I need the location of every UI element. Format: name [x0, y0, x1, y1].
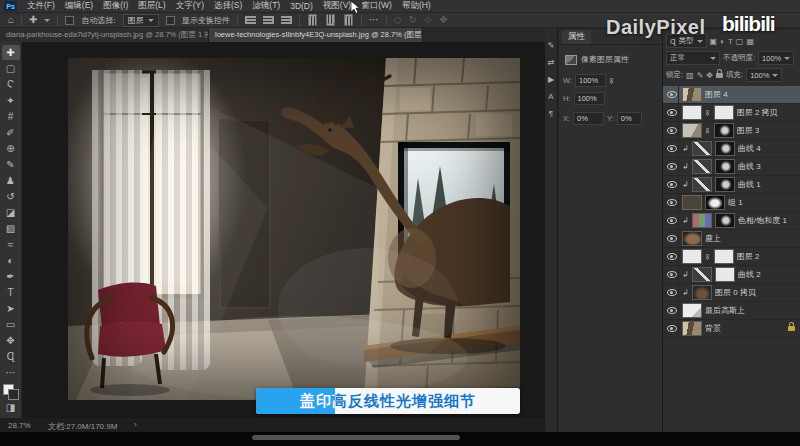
marquee-tool[interactable]: ▢	[2, 61, 20, 76]
layer-row-selected[interactable]: 图层 4	[663, 86, 800, 104]
lock-all-icon[interactable]	[716, 73, 723, 78]
menu-file[interactable]: 文件(F)	[27, 0, 55, 12]
menu-type[interactable]: 文字(Y)	[176, 0, 204, 12]
swap-panel-icon[interactable]: ⇄	[548, 59, 555, 67]
crop-tool[interactable]: #	[2, 109, 20, 124]
visibility-eye-icon[interactable]	[666, 194, 679, 212]
lock-transparency-icon[interactable]: ▨	[686, 71, 694, 80]
pen-tool[interactable]: ✒	[2, 269, 20, 284]
menu-edit[interactable]: 编辑(E)	[65, 0, 93, 12]
layer-thumbnail[interactable]	[692, 285, 712, 300]
layer-mask-thumbnail[interactable]	[714, 123, 734, 138]
eyedropper-tool[interactable]: ✐	[2, 125, 20, 140]
character-panel-icon[interactable]: A	[548, 93, 553, 101]
brush-tool[interactable]: ✎	[2, 157, 20, 172]
align-middle-icon[interactable]	[326, 15, 334, 26]
group-thumbnail[interactable]	[682, 195, 702, 210]
blur-tool[interactable]: ≈	[2, 237, 20, 252]
link-dimensions-icon[interactable]: ∞	[607, 78, 616, 84]
layer-mask-thumbnail[interactable]	[715, 141, 735, 156]
visibility-eye-icon[interactable]	[666, 302, 679, 320]
visibility-eye-icon[interactable]	[666, 158, 679, 176]
curves-adjustment-thumbnail[interactable]	[692, 177, 712, 192]
layer-mask-thumbnail[interactable]	[715, 159, 735, 174]
layer-mask-thumbnail[interactable]	[714, 105, 734, 120]
layer-mask-thumbnail[interactable]	[705, 195, 725, 210]
width-field[interactable]: 100%	[575, 74, 606, 87]
home-icon[interactable]: ⌂	[8, 15, 14, 25]
menu-3d[interactable]: 3D(D)	[290, 1, 313, 11]
move-tool[interactable]: ✚	[2, 45, 20, 60]
visibility-eye-icon[interactable]	[666, 320, 679, 338]
document-tab-active[interactable]: loewe-technologies-sIlinbfy4E3Q-unsplash…	[209, 28, 423, 42]
healing-brush-tool[interactable]: ⊕	[2, 141, 20, 156]
lasso-tool[interactable]: Ϛ	[2, 77, 20, 92]
show-transform-checkbox[interactable]	[166, 16, 175, 25]
background-color-swatch[interactable]	[8, 389, 19, 400]
color-swatches[interactable]	[3, 384, 19, 400]
layer-row[interactable]: 组 1	[663, 194, 800, 212]
layer-thumbnail[interactable]	[682, 231, 702, 246]
auto-select-dropdown[interactable]: 图层	[123, 14, 159, 27]
layer-row[interactable]: ↳ 曲线 1	[663, 176, 800, 194]
visibility-eye-icon[interactable]	[666, 230, 679, 248]
curves-adjustment-thumbnail[interactable]	[692, 141, 712, 156]
pen-panel-icon[interactable]: ✎	[548, 42, 555, 50]
layer-thumbnail[interactable]	[682, 87, 702, 102]
hand-tool[interactable]: ✥	[2, 333, 20, 348]
layer-thumbnail[interactable]	[682, 249, 702, 264]
layer-thumbnail[interactable]	[682, 303, 702, 318]
dodge-tool[interactable]: ◐	[2, 253, 20, 268]
layer-row[interactable]: ↳ 色相/饱和度 1	[663, 212, 800, 230]
document-tab-inactive[interactable]: diana-parkhouse-eda7id7ytj-unsplash.jpg …	[0, 28, 209, 42]
menu-help[interactable]: 帮助(H)	[402, 0, 431, 12]
visibility-eye-icon[interactable]	[666, 248, 679, 266]
lock-position-icon[interactable]: ✥	[706, 71, 713, 80]
menu-layer[interactable]: 图层(L)	[138, 0, 165, 12]
curves-adjustment-thumbnail[interactable]	[692, 159, 712, 174]
visibility-eye-icon[interactable]	[666, 176, 679, 194]
layer-row[interactable]: ↳ 曲线 4	[663, 140, 800, 158]
filter-pixel-icon[interactable]: ▣	[710, 37, 718, 46]
lock-pixels-icon[interactable]: ✎	[697, 71, 704, 80]
layer-thumbnail[interactable]	[682, 123, 702, 138]
layer-mask-thumbnail[interactable]	[715, 267, 735, 282]
type-tool[interactable]: T	[2, 285, 20, 300]
height-field[interactable]: 100%	[574, 92, 605, 105]
layer-row[interactable]: ↳ 曲线 3	[663, 158, 800, 176]
align-right-icon[interactable]	[281, 16, 292, 24]
gradient-tool[interactable]: ▧	[2, 221, 20, 236]
layer-mask-thumbnail[interactable]	[715, 177, 735, 192]
layer-row[interactable]: ↳ 曲线 2	[663, 266, 800, 284]
more-options-icon[interactable]: ⋯	[369, 15, 379, 25]
layer-row[interactable]: ∞ 图层 2	[663, 248, 800, 266]
menu-select[interactable]: 选择(S)	[214, 0, 242, 12]
history-brush-tool[interactable]: ↺	[2, 189, 20, 204]
layer-row[interactable]: ∞ 图层 2 拷贝	[663, 104, 800, 122]
layer-row[interactable]: 最后高斯上	[663, 302, 800, 320]
edit-toolbar-icon[interactable]: ⋯	[2, 365, 20, 380]
path-select-tool[interactable]: ➤	[2, 301, 20, 316]
quick-selection-tool[interactable]: ✦	[2, 93, 20, 108]
timeline-panel-icon[interactable]: ▶	[548, 76, 554, 84]
menu-window[interactable]: 窗口(W)	[361, 0, 392, 12]
auto-select-checkbox[interactable]	[65, 16, 74, 25]
visibility-eye-icon[interactable]	[666, 140, 679, 158]
layer-row[interactable]: 鹿上	[663, 230, 800, 248]
visibility-eye-icon[interactable]	[666, 266, 679, 284]
filter-shape-icon[interactable]: ▢	[736, 37, 744, 46]
hue-saturation-thumbnail[interactable]	[692, 213, 712, 228]
menu-image[interactable]: 图像(I)	[103, 0, 128, 12]
menu-filter[interactable]: 滤镜(T)	[252, 0, 280, 12]
align-top-icon[interactable]	[308, 15, 316, 26]
fill-dropdown[interactable]: 100%	[746, 68, 782, 82]
layer-thumbnail[interactable]	[682, 105, 702, 120]
canvas-image[interactable]	[68, 58, 520, 400]
layer-row[interactable]: ∞ 图层 3	[663, 122, 800, 140]
menu-view[interactable]: 视图(V)	[323, 0, 351, 12]
align-center-icon[interactable]	[263, 16, 274, 24]
layer-row-background[interactable]: 背景	[663, 320, 800, 338]
layer-mask-thumbnail[interactable]	[715, 213, 735, 228]
filter-type-icon[interactable]: T	[728, 37, 733, 46]
blend-mode-dropdown[interactable]: 正常	[666, 51, 720, 65]
